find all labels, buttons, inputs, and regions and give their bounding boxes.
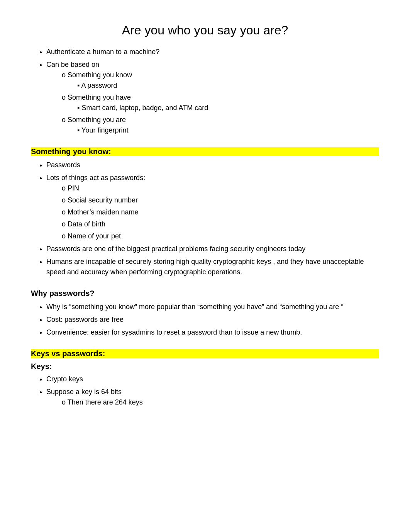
something-you-know-title: Something you know: xyxy=(31,147,379,156)
know-bullet-3: Passwords are one of the biggest practic… xyxy=(46,244,379,254)
intro-item-2: Can be based on Something you know A pas… xyxy=(46,59,379,136)
are-sub-list: Your fingerprint xyxy=(77,125,379,136)
passwords-example-1: PIN xyxy=(62,183,379,194)
keys-sub-item-1: Then there are 264 keys xyxy=(62,397,379,408)
keys-sub-list: Then there are 264 keys xyxy=(62,397,379,408)
based-on-item-1: Something you know A password xyxy=(62,70,379,91)
page-title: Are you who you say you are? xyxy=(31,23,379,37)
passwords-example-2: Social security number xyxy=(62,195,379,206)
why-passwords-title: Why passwords? xyxy=(31,289,379,298)
something-you-know-section: Something you know: Passwords Lots of th… xyxy=(31,147,379,277)
based-on-item-3: Something you are Your fingerprint xyxy=(62,115,379,136)
keys-subtitle: Keys: xyxy=(31,362,379,371)
keys-vs-passwords-title: Keys vs passwords: xyxy=(31,349,379,358)
have-sub-item-1: Smart card, laptop, badge, and ATM card xyxy=(77,103,379,113)
intro-section: Authenticate a human to a machine? Can b… xyxy=(31,47,379,136)
keys-list: Crypto keys Suppose a key is 64 bits The… xyxy=(46,374,379,408)
intro-list: Authenticate a human to a machine? Can b… xyxy=(46,47,379,136)
keys-vs-passwords-section: Keys vs passwords: Keys: Crypto keys Sup… xyxy=(31,349,379,408)
intro-item-1: Authenticate a human to a machine? xyxy=(46,47,379,57)
based-on-item-2: Something you have Smart card, laptop, b… xyxy=(62,92,379,113)
know-bullet-2: Lots of things act as passwords: PIN Soc… xyxy=(46,173,379,241)
keys-bullet-1: Crypto keys xyxy=(46,374,379,384)
know-bullet-4: Humans are incapable of securely storing… xyxy=(46,257,379,277)
why-passwords-list: Why is “something you know” more popular… xyxy=(46,302,379,338)
passwords-example-4: Data of birth xyxy=(62,219,379,229)
passwords-example-5: Name of your pet xyxy=(62,231,379,241)
why-bullet-2: Cost: passwords are free xyxy=(46,314,379,325)
are-sub-item-1: Your fingerprint xyxy=(77,125,379,136)
keys-bullet-2: Suppose a key is 64 bits Then there are … xyxy=(46,387,379,408)
can-be-based-on-list: Something you know A password Something … xyxy=(62,70,379,136)
know-bullet-1: Passwords xyxy=(46,160,379,170)
know-sub-item-1: A password xyxy=(77,80,379,91)
why-passwords-section: Why passwords? Why is “something you kno… xyxy=(31,289,379,338)
why-bullet-3: Convenience: easier for sysadmins to res… xyxy=(46,327,379,338)
know-sub-list: A password xyxy=(77,80,379,91)
have-sub-list: Smart card, laptop, badge, and ATM card xyxy=(77,103,379,113)
why-bullet-1: Why is “something you know” more popular… xyxy=(46,302,379,312)
passwords-examples-list: PIN Social security number Mother’s maid… xyxy=(62,183,379,241)
something-you-know-list: Passwords Lots of things act as password… xyxy=(46,160,379,277)
passwords-example-3: Mother’s maiden name xyxy=(62,207,379,218)
